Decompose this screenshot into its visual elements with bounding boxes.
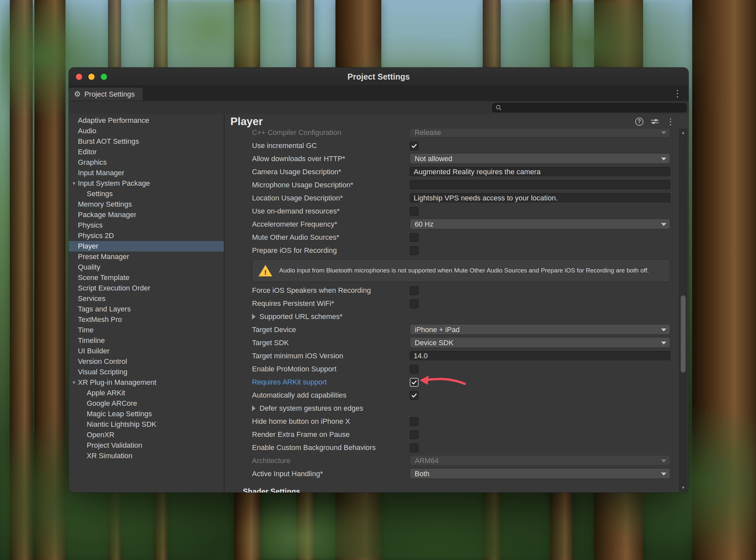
sidebar-item-visual-scripting[interactable]: Visual Scripting: [69, 367, 224, 377]
toolbar: [69, 101, 689, 115]
setting-row-use-on-demand-resources: Use on-demand resources*: [225, 205, 677, 218]
chevron-down-icon: [661, 158, 666, 160]
sidebar-item-openxr[interactable]: OpenXR: [69, 429, 224, 440]
enable-custom-background-behaviors-checkbox[interactable]: [410, 443, 419, 452]
sidebar-item-apple-arkit[interactable]: Apple ARKit: [69, 388, 224, 398]
setting-label: Prepare iOS for Recording: [252, 246, 410, 255]
accelerometer-frequency-dropdown[interactable]: 60 Hz: [410, 219, 670, 229]
sidebar-item-graphics[interactable]: Graphics: [69, 157, 224, 168]
sidebar-item-label: XR Plug-in Management: [78, 378, 156, 387]
foldout-closed-icon[interactable]: [252, 314, 256, 320]
sidebar-item-player[interactable]: Player: [69, 241, 224, 252]
search-box[interactable]: [492, 103, 687, 112]
location-usage-description-field[interactable]: Lightship VPS needs access to your locat…: [410, 193, 670, 203]
target-device-dropdown[interactable]: iPhone + iPad: [410, 325, 670, 335]
warning-text: Audio input from Bluetooth microphones i…: [279, 266, 649, 275]
use-on-demand-resources-checkbox[interactable]: [410, 207, 419, 216]
target-minimum-ios-version-field[interactable]: 14.0: [410, 351, 670, 361]
setting-label: Target Device: [252, 325, 410, 334]
foldout-open-icon[interactable]: ▼: [72, 380, 76, 385]
mute-other-audio-sources-checkbox[interactable]: [410, 233, 419, 242]
sidebar-item-label: Physics 2D: [78, 232, 114, 240]
sidebar-item-version-control[interactable]: Version Control: [69, 356, 224, 367]
sidebar-item-input-system-package[interactable]: ▼Input System Package: [69, 178, 224, 188]
sidebar-item-input-manager[interactable]: Input Manager: [69, 168, 224, 178]
sidebar-item-preset-manager[interactable]: Preset Manager: [69, 252, 224, 262]
allow-downloads-over-http-dropdown[interactable]: Not allowed: [410, 154, 670, 164]
tab-project-settings[interactable]: ⚙ Project Settings: [69, 88, 143, 101]
sidebar-item-label: Version Control: [78, 357, 127, 366]
foldout-open-icon[interactable]: ▼: [72, 181, 76, 186]
setting-control: [410, 443, 670, 452]
foldout-closed-icon[interactable]: [252, 405, 256, 411]
presets-icon[interactable]: [651, 118, 659, 125]
setting-row-prepare-ios-for-recording: Prepare iOS for Recording: [225, 244, 677, 257]
setting-label: Force iOS Speakers when Recording: [252, 286, 410, 295]
setting-label: Camera Usage Description*: [252, 168, 410, 176]
search-input[interactable]: [504, 104, 683, 112]
sidebar-item-audio[interactable]: Audio: [69, 126, 224, 136]
minimize-button[interactable]: [88, 74, 94, 80]
camera-usage-description-field[interactable]: Augmented Reality requires the camera: [410, 167, 670, 177]
sidebar-item-ui-builder[interactable]: UI Builder: [69, 346, 224, 356]
architecture-dropdown[interactable]: ARM64: [410, 456, 670, 466]
sidebar-item-quality[interactable]: Quality: [69, 262, 224, 273]
setting-row-supported-url-schemes: Supported URL schemes*: [225, 310, 677, 323]
close-button[interactable]: [76, 74, 82, 80]
requires-arkit-support-checkbox[interactable]: [410, 378, 419, 387]
sidebar-item-label: Audio: [78, 127, 96, 135]
sidebar-item-xr-simulation[interactable]: XR Simulation: [69, 451, 224, 461]
chevron-down-icon: [661, 223, 666, 226]
window-titlebar[interactable]: Project Settings: [69, 67, 689, 86]
active-input-handling-dropdown[interactable]: Both: [410, 469, 670, 479]
use-incremental-gc-checkbox[interactable]: [410, 141, 419, 150]
sidebar-item-memory-settings[interactable]: Memory Settings: [69, 199, 224, 209]
sidebar-item-label: Tags and Layers: [78, 305, 131, 314]
sidebar-item-project-validation[interactable]: Project Validation: [69, 440, 224, 451]
prepare-ios-for-recording-checkbox[interactable]: [410, 246, 419, 255]
sidebar-item-time[interactable]: Time: [69, 325, 224, 335]
hide-home-button-on-iphone-x-checkbox[interactable]: [410, 417, 419, 426]
zoom-button[interactable]: [101, 74, 107, 80]
force-ios-speakers-when-recording-checkbox[interactable]: [410, 286, 419, 295]
sidebar-item-burst-aot-settings[interactable]: Burst AOT Settings: [69, 136, 224, 147]
sidebar-item-label: OpenXR: [87, 431, 114, 439]
sidebar-item-physics[interactable]: Physics: [69, 220, 224, 231]
sidebar-item-scene-template[interactable]: Scene Template: [69, 273, 224, 283]
scrollbar-thumb[interactable]: [681, 295, 686, 373]
automatically-add-capabilities-checkbox[interactable]: [410, 391, 419, 400]
scroll-up-icon[interactable]: ▲: [679, 129, 687, 136]
microphone-usage-description-field[interactable]: [410, 180, 670, 190]
sidebar-item-xr-plug-in-management[interactable]: ▼XR Plug-in Management: [69, 377, 224, 388]
setting-label: Enable Custom Background Behaviors: [252, 443, 410, 452]
enable-promotion-support-checkbox[interactable]: [410, 365, 419, 374]
c-compiler-configuration-dropdown[interactable]: Release: [410, 129, 670, 138]
render-extra-frame-on-pause-checkbox[interactable]: [410, 430, 419, 439]
sidebar-item-google-arcore[interactable]: Google ARCore: [69, 398, 224, 409]
sidebar-item-magic-leap-settings[interactable]: Magic Leap Settings: [69, 409, 224, 419]
vertical-scrollbar[interactable]: ▲ ▼: [679, 129, 687, 492]
setting-label: Microphone Usage Description*: [252, 181, 410, 189]
sidebar-item-label: Preset Manager: [78, 253, 129, 261]
sidebar-item-editor[interactable]: Editor: [69, 147, 224, 157]
sidebar-item-niantic-lightship-sdk[interactable]: Niantic Lightship SDK: [69, 419, 224, 429]
target-sdk-dropdown[interactable]: Device SDK: [410, 338, 670, 348]
sidebar-item-adaptive-performance[interactable]: Adaptive Performance: [69, 115, 224, 126]
scroll-down-icon[interactable]: ▼: [679, 484, 687, 491]
sidebar-item-physics-2d[interactable]: Physics 2D: [69, 231, 224, 241]
sidebar-item-package-manager[interactable]: Package Manager: [69, 209, 224, 220]
sidebar-item-services[interactable]: Services: [69, 294, 224, 304]
sidebar-item-label: Script Execution Order: [78, 284, 150, 293]
sidebar-item-timeline[interactable]: Timeline: [69, 335, 224, 346]
sidebar-item-settings[interactable]: Settings: [69, 188, 224, 199]
sidebar-item-textmesh-pro[interactable]: TextMesh Pro: [69, 314, 224, 325]
sidebar-item-tags-and-layers[interactable]: Tags and Layers: [69, 304, 224, 314]
tab-strip: ⚙ Project Settings ⋮: [69, 86, 689, 101]
kebab-menu-icon[interactable]: ⋮: [666, 117, 675, 126]
requires-persistent-wifi-checkbox[interactable]: [410, 299, 419, 308]
sidebar-item-label: Input Manager: [78, 169, 124, 177]
kebab-menu-icon[interactable]: ⋮: [673, 88, 682, 99]
help-icon[interactable]: ?: [635, 118, 644, 126]
sidebar-item-script-execution-order[interactable]: Script Execution Order: [69, 283, 224, 294]
setting-label: Supported URL schemes*: [252, 313, 410, 321]
